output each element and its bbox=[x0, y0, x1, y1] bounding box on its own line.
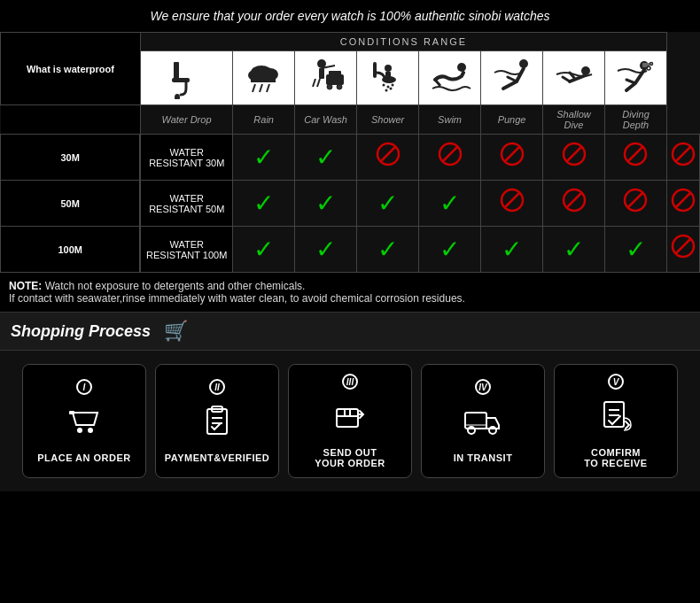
step-icon-cart bbox=[67, 404, 101, 444]
svg-point-18 bbox=[327, 84, 332, 89]
svg-rect-14 bbox=[319, 68, 324, 79]
col-shallow-dive bbox=[543, 51, 605, 105]
note-line2: If contact with seawater,rinse immediate… bbox=[9, 292, 691, 305]
cell-r1-c4 bbox=[481, 181, 543, 227]
cell-r2-c1: ✓ bbox=[295, 227, 357, 273]
cell-r1-c1: ✓ bbox=[295, 181, 357, 227]
svg-point-26 bbox=[386, 86, 389, 89]
svg-line-48 bbox=[381, 147, 395, 161]
shopping-process-title: Shopping Process bbox=[11, 322, 151, 341]
label-car-wash: Car Wash bbox=[295, 105, 357, 135]
table-row-title: What is waterproof bbox=[1, 33, 141, 105]
svg-rect-72 bbox=[207, 409, 227, 434]
cell-r0-c5 bbox=[543, 135, 605, 181]
label-punge: Punge bbox=[481, 105, 543, 135]
svg-line-68 bbox=[676, 239, 690, 253]
row-2-label-desc: WATER RESISTANT 100M bbox=[140, 227, 232, 273]
svg-rect-17 bbox=[329, 71, 341, 76]
label-shallow-dive: Shallow Dive bbox=[543, 105, 605, 135]
note-line1: NOTE: Watch not exposure to detergents a… bbox=[9, 280, 691, 292]
step-label-3: IN TRANSIT bbox=[454, 452, 513, 463]
cell-r2-c2: ✓ bbox=[357, 227, 419, 273]
svg-point-70 bbox=[77, 428, 82, 433]
svg-rect-32 bbox=[428, 55, 472, 99]
col-shower bbox=[357, 51, 419, 105]
step-icon-document-check bbox=[599, 398, 633, 438]
svg-point-30 bbox=[385, 65, 392, 72]
cell-r1-c2: ✓ bbox=[357, 181, 419, 227]
step-label-2: SEND OUT YOUR ORDER bbox=[315, 447, 385, 468]
svg-point-28 bbox=[385, 89, 387, 92]
note-section: NOTE: Watch not exposure to detergents a… bbox=[0, 273, 700, 312]
cell-r1-c3: ✓ bbox=[419, 181, 481, 227]
step-roman-1: II bbox=[209, 379, 225, 395]
waterproof-table: What is waterproof CONDITIONS RANGE bbox=[0, 32, 700, 273]
svg-line-52 bbox=[505, 147, 519, 161]
svg-rect-76 bbox=[337, 409, 358, 427]
cell-r1-c0: ✓ bbox=[233, 181, 295, 227]
step-box-2: III SEND OUT YOUR ORDER bbox=[288, 364, 412, 478]
svg-point-71 bbox=[88, 428, 93, 433]
svg-point-33 bbox=[457, 63, 466, 72]
svg-rect-41 bbox=[613, 55, 657, 99]
table-row: 30MWATER RESISTANT 30M✓✓ bbox=[1, 135, 700, 181]
cell-r0-c2 bbox=[357, 135, 419, 181]
col-punge bbox=[481, 51, 543, 105]
cell-r1-c6 bbox=[604, 181, 666, 227]
table-row: 50MWATER RESISTANT 50M✓✓✓✓ bbox=[1, 181, 700, 227]
cell-r2-c7 bbox=[667, 227, 700, 273]
svg-line-66 bbox=[676, 193, 690, 207]
conditions-header: CONDITIONS RANGE bbox=[140, 33, 666, 51]
step-icon-box-arrow bbox=[333, 398, 367, 438]
cell-r0-c4 bbox=[481, 135, 543, 181]
row-0-label-desc: WATER RESISTANT 30M bbox=[140, 135, 232, 181]
cell-r1-c5 bbox=[543, 181, 605, 227]
label-shower: Shower bbox=[357, 105, 419, 135]
col-swim bbox=[419, 51, 481, 105]
cell-r0-c1: ✓ bbox=[295, 135, 357, 181]
svg-line-54 bbox=[567, 147, 581, 161]
svg-point-25 bbox=[382, 84, 385, 87]
row-1-label-desc: WATER RESISTANT 50M bbox=[140, 181, 232, 227]
col-diving-depth bbox=[604, 51, 666, 105]
svg-point-29 bbox=[389, 88, 392, 90]
step-icon-clipboard bbox=[200, 404, 234, 444]
step-roman-0: I bbox=[76, 379, 92, 395]
svg-rect-1 bbox=[174, 62, 179, 80]
label-diving-depth: Diving Depth bbox=[604, 105, 666, 135]
step-label-4: COMFIRM TO RECEIVE bbox=[584, 447, 647, 468]
svg-point-19 bbox=[337, 84, 342, 89]
row-0-label-m: 30M bbox=[1, 135, 141, 181]
label-rain: Rain bbox=[233, 105, 295, 135]
svg-line-60 bbox=[505, 193, 519, 207]
step-roman-2: III bbox=[342, 374, 358, 390]
svg-point-27 bbox=[391, 84, 393, 87]
svg-rect-0 bbox=[165, 55, 209, 99]
steps-section: I PLACE AN ORDERII PAYMENT&VERIFIEDIII S… bbox=[0, 351, 700, 491]
svg-rect-23 bbox=[373, 62, 377, 78]
svg-rect-34 bbox=[490, 55, 534, 99]
step-icon-truck bbox=[463, 404, 502, 444]
row-2-label-m: 100M bbox=[1, 227, 141, 273]
col-rain bbox=[233, 51, 295, 105]
cell-r2-c0: ✓ bbox=[233, 227, 295, 273]
svg-line-56 bbox=[628, 147, 642, 161]
row-1-label-m: 50M bbox=[1, 181, 141, 227]
step-label-0: PLACE AN ORDER bbox=[37, 452, 131, 463]
label-water-drop: Water Drop bbox=[140, 105, 232, 135]
waterproof-section: What is waterproof CONDITIONS RANGE bbox=[0, 32, 700, 273]
svg-line-50 bbox=[443, 147, 457, 161]
header-text: We ensure that your order every watch is… bbox=[0, 0, 700, 32]
svg-rect-8 bbox=[251, 77, 276, 82]
step-label-1: PAYMENT&VERIFIED bbox=[165, 452, 270, 463]
cell-r2-c5: ✓ bbox=[543, 227, 605, 273]
step-box-3: IV IN TRANSIT bbox=[421, 364, 545, 478]
cell-r0-c6 bbox=[604, 135, 666, 181]
cell-r1-c7 bbox=[667, 181, 700, 227]
step-box-1: II PAYMENT&VERIFIED bbox=[155, 364, 279, 478]
svg-line-58 bbox=[676, 147, 690, 161]
cell-r2-c4: ✓ bbox=[481, 227, 543, 273]
cell-r0-c0: ✓ bbox=[233, 135, 295, 181]
cell-r2-c6: ✓ bbox=[604, 227, 666, 273]
col-car-wash bbox=[295, 51, 357, 105]
